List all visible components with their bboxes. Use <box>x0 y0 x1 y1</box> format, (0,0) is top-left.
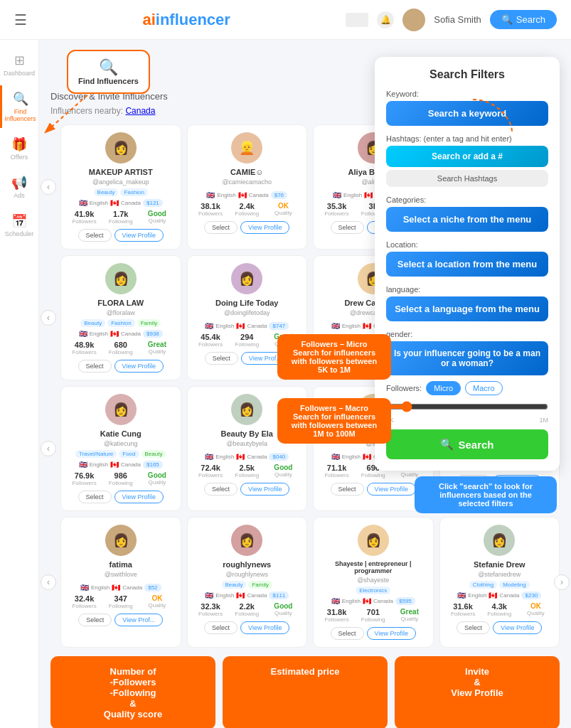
sidebar-label-ads: Ads <box>14 192 25 199</box>
hashtags-label: Hashtags: (enter a tag and hit enter) <box>386 134 548 143</box>
select-button-9[interactable]: Select <box>78 491 112 503</box>
inf-stats-2: 38.1kFollowers 2.4kFollowing OKQuality <box>193 202 301 217</box>
view-profile-button-11[interactable]: View Profile <box>367 483 416 496</box>
select-button-11[interactable]: Select <box>331 483 364 496</box>
tag: Beauty <box>222 581 247 589</box>
view-profile-button-15[interactable]: View Profile <box>367 627 416 640</box>
sidebar-item-dashboard[interactable]: ⊞ Dashboard <box>0 47 38 82</box>
view-profile-button-10[interactable]: View Profile <box>240 483 289 496</box>
view-profile-button-2[interactable]: View Profile <box>240 221 289 234</box>
avatar-10: 👩 <box>231 394 262 425</box>
price-callout: Estimated price <box>223 656 388 728</box>
inf-meta-10: 🇬🇧English🇨🇦Canada$040 <box>193 453 301 461</box>
view-profile-button-9[interactable]: View Profile <box>114 491 164 503</box>
view-profile-button-13[interactable]: View Prof... <box>114 614 163 626</box>
inf-name-9: Katie Cung <box>67 429 175 438</box>
inf-stats-10: 72.4kFollowers 2.5kFollowing GoodQuality <box>193 464 301 478</box>
avatar-14: 👩 <box>231 525 262 556</box>
view-profile-button-5[interactable]: View Profile <box>114 360 164 373</box>
invite-callout: Invite & View Profile <box>395 656 560 728</box>
view-profile-button-16[interactable]: View Profile <box>493 621 542 634</box>
notification-icon[interactable]: 🔔 <box>377 11 394 28</box>
gender-button[interactable]: Is your influencer going to be a man or … <box>386 341 548 375</box>
select-button-6[interactable]: Select <box>205 352 238 365</box>
tag: Beauty <box>80 319 105 327</box>
view-profile-button-1[interactable]: View Profile <box>114 229 164 242</box>
inf-meta-16: 🇬🇧English🇨🇦Canada$230 <box>446 592 554 599</box>
select-button-1[interactable]: Select <box>78 229 112 242</box>
avatar-9: 👩 <box>105 394 137 425</box>
location-button[interactable]: Select a location from the menu <box>386 252 548 277</box>
next-nav-4[interactable]: › <box>554 574 570 590</box>
inf-meta-15: 🇬🇧English🇨🇦Canada$595 <box>319 597 427 605</box>
select-button-16[interactable]: Select <box>457 621 490 634</box>
dashboard-icon: ⊞ <box>14 53 25 68</box>
sidebar-item-offers[interactable]: 🎁 Offers <box>0 131 38 166</box>
select-button-15[interactable]: Select <box>331 627 364 640</box>
prev-nav-4[interactable]: ‹ <box>41 574 56 590</box>
search-icon: 🔍 <box>501 14 513 25</box>
prev-nav-2[interactable]: ‹ <box>41 310 56 326</box>
inf-card-1: 👩 MAKEUP ARTIST @angelica_makeup BeautyF… <box>60 124 181 250</box>
inf-meta-6: 🇬🇧English🇨🇦Canada$747 <box>193 322 301 330</box>
find-influencers-tooltip: 🔍 Find Influencers <box>67 50 150 94</box>
inf-name-15: Shayeste | entrepreneur | programmer <box>319 560 427 574</box>
select-button-14[interactable]: Select <box>204 621 238 634</box>
hamburger-icon[interactable]: ☰ <box>14 11 27 28</box>
location-link[interactable]: Canada <box>125 106 155 116</box>
macro-toggle[interactable]: Macro <box>465 381 503 395</box>
prev-nav-3[interactable]: ‹ <box>41 441 56 456</box>
gender-label: gender: <box>386 330 548 338</box>
hashtag-button[interactable]: Search or add a # <box>386 146 548 167</box>
micro-toggle[interactable]: Micro <box>426 381 461 395</box>
inf-stats-13: 32.4kFollowers 347Following OKQuality <box>67 594 175 609</box>
tag: Electronics <box>356 587 390 594</box>
logo: aiinfluencer <box>142 11 230 29</box>
keyword-button[interactable]: Search a keyword <box>386 101 548 126</box>
sidebar-label-scheduler: Scheduler <box>5 230 34 237</box>
select-button-5[interactable]: Select <box>78 360 112 373</box>
avatar-16: 👩 <box>484 525 515 556</box>
select-button-10[interactable]: Select <box>204 483 238 496</box>
inf-name-2: CAMIE☺ <box>193 168 301 176</box>
followers-range-slider[interactable] <box>386 401 548 412</box>
sidebar-item-scheduler[interactable]: 📅 Scheduler <box>0 208 38 243</box>
inf-handle-5: @floralaw <box>67 309 175 316</box>
select-button-2[interactable]: Select <box>204 221 238 234</box>
inf-stats-1: 41.9kFollowers 1.7kFollowing GoodQuality <box>67 210 175 225</box>
header-search-button[interactable]: 🔍 Search <box>490 10 557 29</box>
bottom-callouts: Number of -Followers -Following & Qualit… <box>50 656 560 728</box>
search-filters-panel: Search Filters Keyword: Search a keyword… <box>375 57 560 471</box>
offers-icon: 🎁 <box>11 136 27 152</box>
header: ☰ aiinfluencer 🔔 Sofia Smith 🔍 Search <box>0 0 571 40</box>
hashtag-search-button[interactable]: Search Hashtags <box>386 170 548 187</box>
inf-handle-2: @camiecamacho <box>193 178 301 186</box>
inf-handle-9: @katiecung <box>67 440 175 447</box>
main-search-button[interactable]: 🔍 Search <box>386 429 548 459</box>
tag: Clothing <box>469 581 497 589</box>
inf-card-15: 👩 Shayeste | entrepreneur | programmer @… <box>313 517 434 648</box>
select-button-3[interactable]: Select <box>331 221 364 234</box>
followers-label: Followers: <box>386 384 422 392</box>
sidebar-label-find-influencers: Find Influencers <box>4 108 36 122</box>
view-profile-button-14[interactable]: View Profile <box>240 621 289 634</box>
click-search-tooltip: Click "search" to look for influencers b… <box>415 476 557 513</box>
inf-meta-1: 🇬🇧English🇨🇦Canada$121 <box>67 199 175 207</box>
find-inf-label: Find Influencers <box>78 77 139 85</box>
followers-callout: Number of -Followers -Following & Qualit… <box>50 656 215 728</box>
inf-meta-9: 🇬🇧English🇨🇦Canada$165 <box>67 461 175 469</box>
categories-button[interactable]: Select a niche from the menu <box>386 207 548 232</box>
inf-card-16: 👩 Stefanie Drew @stefaniedrew ClothingMo… <box>439 517 560 648</box>
inf-handle-16: @stefaniedrew <box>446 571 554 578</box>
keyword-label: Keyword: <box>386 90 548 98</box>
select-button-13[interactable]: Select <box>78 614 112 626</box>
tag: Family <box>137 319 161 327</box>
prev-nav-1[interactable]: ‹ <box>41 179 56 195</box>
inf-card-14: 👩 roughlynews @roughlynews BeautyFamily … <box>187 517 308 648</box>
avatar-1: 👩 <box>105 132 137 164</box>
user-name: Sofia Smith <box>434 14 481 25</box>
sidebar-item-ads[interactable]: 📢 Ads <box>0 169 38 205</box>
sidebar-item-find-influencers[interactable]: 🔍 Find Influencers <box>0 85 38 128</box>
language-button[interactable]: Select a language from the menu <box>386 296 548 321</box>
inf-meta-13: 🇬🇧English🇨🇦Canada$52 <box>67 584 175 592</box>
